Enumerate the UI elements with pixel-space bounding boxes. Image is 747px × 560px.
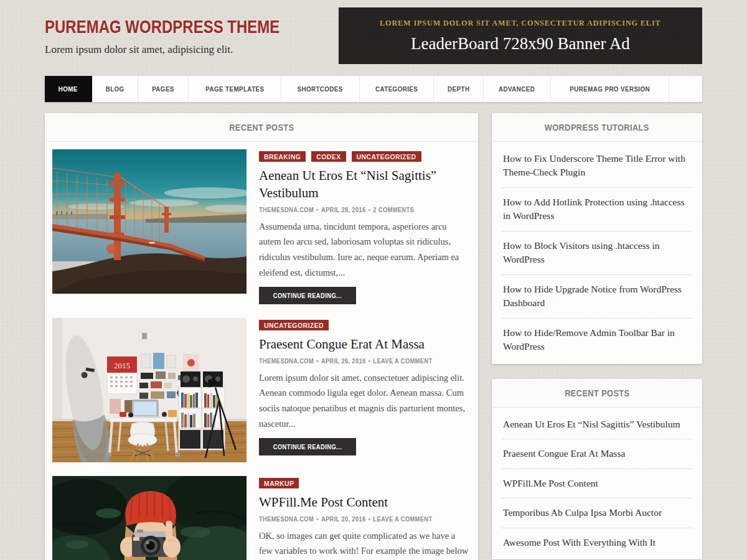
site-header: PUREMAG WORDPRESS THEME Lorem ipsum dolo… xyxy=(45,7,702,64)
nav-item-label: PAGES xyxy=(152,85,174,93)
site-title-link[interactable]: PUREMAG WORDPRESS THEME xyxy=(45,16,280,37)
recent-posts-panel: RECENT POSTS xyxy=(45,113,478,560)
category-badge[interactable]: MARKUP xyxy=(259,478,299,488)
nav-item-categories[interactable]: CATEGORIES xyxy=(360,76,434,102)
sidebar-tutorial-link[interactable]: How to Block Visitors using .htaccess in… xyxy=(502,231,692,275)
post-body: UNCATEGORIZED Praesent Congue Erat At Ma… xyxy=(259,318,471,462)
meta-separator: • xyxy=(316,207,318,213)
continue-reading-label: CONTINUE READING... xyxy=(273,292,342,299)
site-branding: PUREMAG WORDPRESS THEME Lorem ipsum dolo… xyxy=(45,7,339,56)
meta-separator: • xyxy=(369,358,370,365)
sidebar-tutorial-link[interactable]: How to Fix Underscore Theme Title Error … xyxy=(502,144,692,188)
nav-item-puremag-pro[interactable]: PUREMAG PRO VERSION xyxy=(551,76,669,102)
leaderboard-banner-ad[interactable]: LOREM IPSUM DOLOR SIT AMET, CONSECTETUR … xyxy=(339,7,702,64)
post-excerpt: OK, so images can get quite complicated … xyxy=(259,528,471,560)
post-excerpt: Lorem ipsum dolor sit amet, consectetuer… xyxy=(259,370,471,432)
post-author-link[interactable]: THEMESDNA.COM xyxy=(259,515,314,523)
post-body: BREAKING CODEX UNCATEGORIZED Aenean Ut E… xyxy=(259,149,471,304)
nav-item-home[interactable]: HOME xyxy=(45,76,92,102)
continue-reading-label: CONTINUE READING... xyxy=(273,443,342,450)
post-title-link[interactable]: Aenean Ut Eros Et “Nisl Sagittis” Vestib… xyxy=(259,167,471,202)
post-comments-link[interactable]: 2 COMMENTS xyxy=(373,206,414,213)
post-title-link[interactable]: WPFill.Me Post Content xyxy=(259,493,471,511)
sidebar-recent-post-link[interactable]: Awesome Post With Everything With It xyxy=(502,528,692,557)
post-item: 2015 xyxy=(52,318,471,462)
sidebar-recent-post-link[interactable]: Praesent Congue Erat At Massa xyxy=(502,439,692,469)
widget-heading-label: WORDPRESS TUTORIALS xyxy=(545,113,649,142)
category-badge[interactable]: BREAKING xyxy=(259,151,306,162)
post-date: APRIL 20, 2016 xyxy=(321,515,366,523)
main-navigation: HOME BLOG PAGES PAGE TEMPLATES SHORTCODE… xyxy=(45,76,702,102)
post-excerpt: Assumenda urna, tincidunt tempora, asper… xyxy=(259,219,471,281)
nav-item-pages[interactable]: PAGES xyxy=(138,76,189,102)
nav-item-label: BLOG xyxy=(105,85,124,93)
nav-item-shortcodes[interactable]: SHORTCODES xyxy=(281,76,359,102)
sidebar-recent-post-link[interactable]: Temporibus Ab Culpa Ipsa Morbi Auctor xyxy=(502,498,692,528)
banner-ad-caption: LOREM IPSUM DOLOR SIT AMET, CONSECTETUR … xyxy=(380,18,660,28)
post-item: MARKUP WPFill.Me Post Content THEMESDNA.… xyxy=(52,476,471,560)
nav-item-advanced[interactable]: ADVANCED xyxy=(484,76,550,102)
sidebar-tutorial-link[interactable]: How to Hide Upgrade Notice from WordPres… xyxy=(502,275,692,319)
continue-reading-button[interactable]: CONTINUE READING... xyxy=(259,438,356,455)
nav-item-label: DEPTH xyxy=(448,85,469,93)
section-heading: RECENT POSTS xyxy=(45,113,478,142)
widget-recent-posts: RECENT POSTS Aenean Ut Eros Et “Nisl Sag… xyxy=(492,379,702,559)
meta-separator: • xyxy=(369,516,370,523)
sidebar-recent-post-link[interactable]: Aenean Ut Eros Et “Nisl Sagittis” Vestib… xyxy=(502,410,692,439)
post-author-link[interactable]: THEMESDNA.COM xyxy=(259,206,314,213)
post-categories: BREAKING CODEX UNCATEGORIZED xyxy=(259,151,471,162)
nav-item-page-templates[interactable]: PAGE TEMPLATES xyxy=(189,76,282,102)
nav-item-label: SHORTCODES xyxy=(298,85,343,93)
post-date: APRIL 28, 2016 xyxy=(321,206,366,213)
category-badge[interactable]: UNCATEGORIZED xyxy=(259,320,329,330)
sidebar-tutorial-link[interactable]: How to Add Hotlink Protection using .hta… xyxy=(502,188,692,231)
site-tagline: Lorem ipsum dolor sit amet, adipisicing … xyxy=(45,44,339,56)
nav-item-label: PAGE TEMPLATES xyxy=(205,85,264,93)
post-meta: THEMESDNA.COM•APRIL 28, 2016•2 COMMENTS xyxy=(259,206,471,213)
widget-heading: RECENT POSTS xyxy=(492,379,702,408)
category-badge[interactable]: UNCATEGORIZED xyxy=(352,151,421,162)
post-meta: THEMESDNA.COM•APRIL 20, 2016•LEAVE A COM… xyxy=(259,515,471,523)
nav-item-label: CATEGORIES xyxy=(375,85,418,93)
sidebar-tutorial-link[interactable]: How to Hide/Remove Admin Toolbar Bar in … xyxy=(502,319,692,362)
meta-separator: • xyxy=(316,516,318,523)
widget-heading: WORDPRESS TUTORIALS xyxy=(492,113,702,142)
post-categories: MARKUP xyxy=(259,477,471,488)
post-thumbnail-workspace[interactable]: 2015 xyxy=(52,318,247,462)
nav-item-depth[interactable]: DEPTH xyxy=(434,76,484,102)
post-thumbnail-photographer[interactable] xyxy=(52,476,247,560)
page: PUREMAG WORDPRESS THEME Lorem ipsum dolo… xyxy=(45,0,702,560)
post-title-link[interactable]: Praesent Congue Erat At Massa xyxy=(259,335,471,353)
category-badge[interactable]: CODEX xyxy=(311,151,345,162)
post-categories: UNCATEGORIZED xyxy=(259,319,471,330)
post-comments-link[interactable]: LEAVE A COMMENT xyxy=(373,357,432,365)
nav-item-blog[interactable]: BLOG xyxy=(92,76,138,102)
sidebar-recent-post-link[interactable]: WPFill.Me Post Content xyxy=(502,469,692,498)
sidebar: WORDPRESS TUTORIALS How to Fix Underscor… xyxy=(492,113,702,560)
meta-separator: • xyxy=(369,207,370,213)
post-meta: THEMESDNA.COM•APRIL 26, 2016•LEAVE A COM… xyxy=(259,357,471,365)
post-body: MARKUP WPFill.Me Post Content THEMESDNA.… xyxy=(259,476,471,560)
photographer-forest-image xyxy=(52,476,247,560)
nav-item-label: ADVANCED xyxy=(499,85,535,93)
widget-wordpress-tutorials: WORDPRESS TUTORIALS How to Fix Underscor… xyxy=(492,113,702,364)
section-heading-label: RECENT POSTS xyxy=(229,113,294,142)
widget-heading-label: RECENT POSTS xyxy=(565,379,629,408)
nav-item-label: HOME xyxy=(59,85,78,93)
banner-ad-title: LeaderBoard 728x90 Banner Ad xyxy=(411,34,630,54)
workspace-room-image: 2015 xyxy=(52,318,247,462)
post-author-link[interactable]: THEMESDNA.COM xyxy=(259,357,314,365)
post-date: APRIL 26, 2016 xyxy=(321,357,366,365)
post-comments-link[interactable]: LEAVE A COMMENT xyxy=(373,515,432,523)
post-thumbnail-golden-gate[interactable] xyxy=(52,149,247,294)
post-item: BREAKING CODEX UNCATEGORIZED Aenean Ut E… xyxy=(52,149,471,304)
nav-item-label: PUREMAG PRO VERSION xyxy=(570,85,650,93)
golden-gate-bridge-image xyxy=(52,149,247,294)
svg-text:2015: 2015 xyxy=(114,361,130,370)
meta-separator: • xyxy=(316,358,318,365)
continue-reading-button[interactable]: CONTINUE READING... xyxy=(259,287,356,304)
